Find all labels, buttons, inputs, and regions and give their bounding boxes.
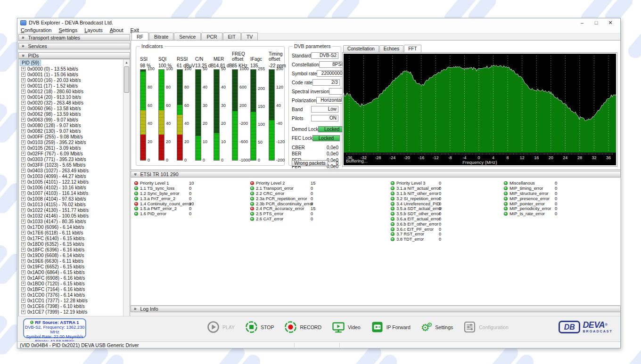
pid-item[interactable]: +0x1CE7 (7399) - 12.19 kbit/s: [19, 309, 130, 315]
expand-icon[interactable]: +: [21, 259, 25, 263]
tab-bitrate[interactable]: Bitrate: [149, 32, 173, 40]
configuration-button[interactable]: Configuration: [463, 321, 508, 333]
expand-icon[interactable]: +: [21, 310, 25, 314]
expand-icon[interactable]: +: [21, 152, 25, 156]
scroll-up-icon[interactable]: ▲: [123, 59, 130, 65]
video-button[interactable]: Video: [332, 321, 361, 333]
expand-icon[interactable]: +: [21, 282, 25, 286]
dvb-field-value[interactable]: ON: [311, 115, 338, 121]
fft-tab-constellation[interactable]: Constellation: [343, 45, 379, 52]
dvb-field-value[interactable]: 22000000: [317, 70, 344, 77]
menu-item-settings[interactable]: Settings: [58, 27, 77, 33]
pid-item[interactable]: +0x0010 (16) - 20.03 kbit/s: [19, 77, 130, 83]
settings-button[interactable]: ⚙⚙ Settings: [421, 322, 453, 332]
pid-item[interactable]: +0x17E6 (6118) - 6.11 kbit/s: [19, 230, 130, 235]
expand-icon[interactable]: +: [21, 214, 25, 218]
expand-icon[interactable]: +: [21, 129, 25, 133]
play-button[interactable]: PLAY: [207, 321, 235, 333]
expand-icon[interactable]: +: [21, 180, 25, 184]
pid-item[interactable]: +0x0014 (20) - 913.10 bit/s: [19, 94, 130, 100]
pid-item[interactable]: +0x1005 (4101) - 122.12 kbit/s: [19, 179, 130, 185]
pid-item[interactable]: +0x1032 (4146) - 100.05 kbit/s: [19, 213, 130, 218]
pid-item[interactable]: +0x18D0 (6352) - 6.15 kbit/s: [19, 241, 130, 247]
dvb-field-value[interactable]: DVB-S2: [311, 52, 338, 59]
expand-icon[interactable]: +: [21, 299, 25, 303]
pid-item[interactable]: +0x0082 (130) - 9.07 kbit/s: [19, 128, 130, 134]
fft-tab-fft[interactable]: FFT: [404, 45, 421, 52]
menu-item-layouts[interactable]: Layouts: [84, 27, 103, 33]
pid-item[interactable]: +0x0012 (18) - 280.60 kbit/s: [19, 89, 130, 94]
pid-item[interactable]: +0x02FF (767) - 6.09 Mbit/s: [19, 151, 130, 156]
tab-rf[interactable]: RF: [131, 32, 148, 40]
expand-icon[interactable]: +: [21, 140, 25, 145]
dvb-field-value[interactable]: 2/3: [312, 79, 340, 86]
pid-tree-root[interactable]: PID (59): [20, 60, 41, 66]
pid-item[interactable]: +0x03FF (1023) - 5.65 Mbit/s: [19, 162, 130, 168]
record-button[interactable]: RECORD: [284, 321, 321, 333]
stop-button[interactable]: STOP: [245, 321, 274, 333]
pid-item[interactable]: +0x1AFC (6908) - 6.16 kbit/s: [19, 275, 130, 281]
ip-forward-button[interactable]: IP Forward: [371, 321, 411, 333]
tab-tv[interactable]: TV: [241, 32, 258, 40]
expand-icon[interactable]: +: [21, 231, 25, 235]
expand-icon[interactable]: +: [21, 186, 25, 190]
dvb-field-value[interactable]: Horizontal: [316, 97, 344, 104]
pid-item[interactable]: +0x0103 (259) - 395.22 kbit/s: [19, 139, 130, 145]
pid-item[interactable]: +0x1007 (4103) - 116.14 kbit/s: [19, 190, 130, 196]
pid-item[interactable]: +0x1BFC (7164) - 6.16 kbit/s: [19, 286, 130, 292]
etsi-section-header[interactable]: » ETSI TR 101 290: [131, 171, 621, 178]
expand-icon[interactable]: +: [21, 265, 25, 269]
log-info-section-header[interactable]: » Log Info: [131, 306, 621, 312]
sidebar-section-transport-stream-tables[interactable]: » Transport stream tables: [18, 34, 130, 41]
pid-item[interactable]: +0x19D0 (6608) - 6.14 kbit/s: [19, 252, 130, 258]
menu-item-about[interactable]: About: [110, 27, 123, 33]
expand-icon[interactable]: +: [21, 219, 25, 224]
pid-item[interactable]: +0x1BD0 (7120) - 6.15 kbit/s: [19, 281, 130, 286]
pid-item[interactable]: +0x0001 (1) - 15.06 kbit/s: [19, 72, 130, 77]
wrong-packets-button[interactable]: Wrong packets: [292, 160, 328, 166]
pid-item[interactable]: +0x0000 (0) - 13.55 kbit/s: [19, 66, 130, 72]
expand-icon[interactable]: +: [21, 236, 25, 241]
expand-icon[interactable]: +: [21, 67, 25, 71]
expand-icon[interactable]: +: [21, 225, 25, 229]
sidebar-section-services[interactable]: » Services: [18, 43, 130, 49]
expand-icon[interactable]: +: [21, 242, 25, 246]
expand-icon[interactable]: +: [21, 135, 25, 139]
pid-item[interactable]: +0x1033 (4147) - 80.35 kbit/s: [19, 218, 130, 224]
expand-icon[interactable]: +: [21, 89, 25, 94]
expand-icon[interactable]: +: [21, 95, 25, 99]
pid-item[interactable]: +0x1CD1 (7377) - 12.28 kbit/s: [19, 298, 130, 303]
expand-icon[interactable]: +: [21, 106, 25, 111]
expand-icon[interactable]: +: [21, 304, 25, 308]
expand-icon[interactable]: +: [21, 270, 25, 275]
expand-icon[interactable]: +: [21, 174, 25, 178]
pid-item[interactable]: +0x0303 (771) - 395.23 kbit/s: [19, 156, 130, 162]
tab-service[interactable]: Service: [174, 32, 201, 40]
scrollbar-thumb[interactable]: [124, 66, 129, 93]
expand-icon[interactable]: +: [21, 248, 25, 252]
pid-item[interactable]: +0x0105 (261) - 3.09 kbit/s: [19, 145, 130, 151]
pid-item[interactable]: +0x0011 (17) - 1.52 kbit/s: [19, 83, 130, 89]
close-button[interactable]: ✕: [603, 20, 617, 26]
pid-item[interactable]: +0x00FF (255) - 9.08 Mbit/s: [19, 134, 130, 139]
sidebar-section-pids[interactable]: » PIDs: [18, 52, 130, 59]
expand-icon[interactable]: +: [21, 146, 25, 150]
fft-tab-echoes[interactable]: Echoes: [379, 45, 403, 52]
pid-item[interactable]: +0x17FC (6140) - 6.15 kbit/s: [19, 235, 130, 241]
expand-icon[interactable]: +: [21, 276, 25, 280]
pid-item[interactable]: +0x18FC (6396) - 6.16 kbit/s: [19, 247, 130, 252]
pid-item[interactable]: +0x19FC (6652) - 6.15 kbit/s: [19, 264, 130, 269]
pid-item[interactable]: +0x0020 (32) - 263.48 kbit/s: [19, 100, 130, 105]
pid-item[interactable]: +0x1013 (4115) - 76.02 kbit/s: [19, 202, 130, 207]
tab-pcr[interactable]: PCR: [201, 32, 222, 40]
pid-item[interactable]: +0x1008 (4104) - 97.63 kbit/s: [19, 196, 130, 202]
expand-icon[interactable]: +: [21, 101, 25, 105]
expand-icon[interactable]: +: [21, 253, 25, 258]
pid-item[interactable]: +0x1022 (4130) - 151.77 kbit/s: [19, 207, 130, 213]
pid-scrollbar[interactable]: ▲ ▼: [123, 59, 130, 335]
pid-item[interactable]: +0x1CD0 (7376) - 6.14 kbit/s: [19, 292, 130, 298]
expand-icon[interactable]: +: [21, 157, 25, 162]
pid-item[interactable]: +0x0063 (99) - 9.07 kbit/s: [19, 117, 130, 122]
menu-item-configuration[interactable]: Configuration: [21, 27, 51, 33]
expand-icon[interactable]: +: [21, 202, 25, 207]
